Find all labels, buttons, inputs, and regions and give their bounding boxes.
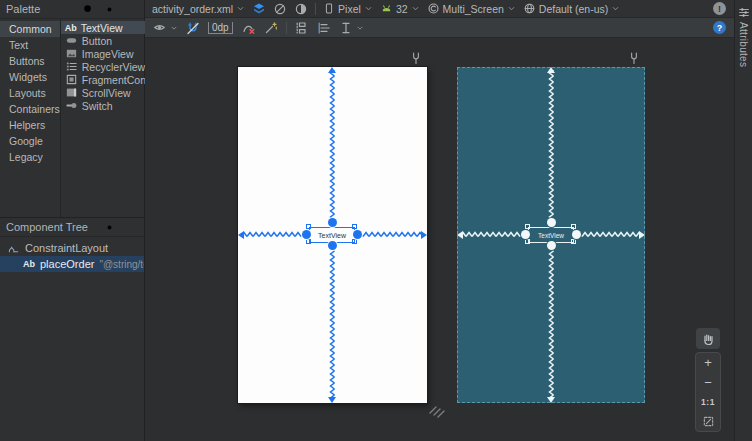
view-options-button[interactable]	[152, 21, 178, 34]
default-margin-selector[interactable]: 0dp	[208, 22, 233, 34]
constraint-anchor-right[interactable]	[353, 230, 362, 239]
pack-button[interactable]	[295, 21, 309, 35]
locale-selector[interactable]: Default (en-us)	[523, 2, 620, 15]
help-icon[interactable]: ?	[713, 21, 726, 34]
android-icon	[380, 3, 393, 15]
chevron-down-icon	[170, 24, 178, 32]
chevron-down-icon	[236, 4, 245, 13]
imageview-icon	[65, 47, 78, 60]
orientation-icon[interactable]	[273, 2, 287, 16]
constraint-spring-top	[329, 70, 336, 227]
constraint-anchor-bottom[interactable]	[547, 241, 556, 250]
constraint-anchor-bottom[interactable]	[328, 241, 337, 250]
guidelines-button[interactable]	[339, 21, 364, 35]
errors-icon[interactable]: !	[713, 2, 726, 15]
design-view-canvas[interactable]: TextView	[238, 67, 427, 403]
layout-editor-window: Palette Common Text Buttons Widgets Layo	[0, 0, 752, 441]
constraint-spring-top	[548, 70, 555, 227]
constraint-spring-left	[460, 231, 526, 238]
design-surface-icon[interactable]	[252, 2, 266, 16]
palette-category-google[interactable]: Google	[0, 133, 60, 149]
palette-category-legacy[interactable]: Legacy	[0, 149, 60, 165]
constraint-anchor-right[interactable]	[572, 230, 581, 239]
minimize-icon[interactable]	[122, 220, 138, 234]
zoom-controls: + − 1:1	[695, 352, 721, 432]
palette-category-text[interactable]: Text	[0, 37, 60, 53]
autoconnect-toggle[interactable]	[186, 21, 200, 35]
attributes-tab[interactable]: Attributes	[738, 22, 749, 67]
palette-item-scrollview[interactable]: ScrollView	[61, 86, 155, 99]
switch-icon	[65, 99, 78, 112]
editor-toolbar-top: activity_order.xml Pixel 32 Multi_Screen	[145, 0, 734, 18]
device-selector[interactable]: Pixel	[323, 2, 373, 15]
design-surface[interactable]: TextView TextView	[145, 38, 734, 441]
night-mode-icon[interactable]	[294, 2, 308, 16]
api-selector[interactable]: 32	[380, 3, 420, 15]
palette-category-common[interactable]: Common	[0, 21, 60, 37]
attributes-icon	[738, 6, 750, 18]
palette-category-helpers[interactable]: Helpers	[0, 117, 60, 133]
search-icon[interactable]	[80, 2, 96, 16]
chevron-down-icon	[364, 4, 373, 13]
clear-constraints-button[interactable]	[241, 21, 256, 35]
palette-item-textview[interactable]: Ab TextView	[61, 21, 155, 34]
constraint-anchor-top[interactable]	[328, 218, 337, 227]
palette-item-recyclerview[interactable]: RecyclerView	[61, 60, 155, 73]
palette-header: Palette	[0, 0, 144, 19]
constraint-anchor-left[interactable]	[521, 230, 530, 239]
constraint-arrow-top	[547, 67, 555, 73]
align-button[interactable]	[317, 21, 331, 35]
recyclerview-icon	[65, 60, 78, 73]
component-tree-panel: Component Tree ConstraintLayout Ab place…	[0, 218, 144, 441]
palette-category-containers[interactable]: Containers	[0, 101, 60, 117]
zoom-out-button[interactable]: −	[696, 373, 720, 393]
palette-item-fragmentcontainerview[interactable]: FragmentCon...	[61, 73, 155, 86]
constraint-arrow-left	[457, 231, 463, 239]
palette-item-switch[interactable]: Switch	[61, 99, 155, 112]
guideline-icon	[339, 21, 353, 35]
button-icon	[65, 34, 78, 47]
palette-items: Ab TextView Button ImageView RecyclerVie…	[61, 19, 155, 217]
scrollview-icon	[65, 86, 78, 99]
theme-icon	[427, 2, 440, 15]
constraint-anchor-left[interactable]	[302, 230, 311, 239]
palette-category-layouts[interactable]: Layouts	[0, 85, 60, 101]
palette-categories: Common Text Buttons Widgets Layouts Cont…	[0, 19, 61, 217]
palette-category-widgets[interactable]: Widgets	[0, 69, 60, 85]
palette-title: Palette	[6, 3, 75, 15]
infer-constraints-button[interactable]	[264, 21, 278, 35]
tree-item-constraintlayout[interactable]: ConstraintLayout	[0, 240, 144, 256]
tree-item-value: "@string/textvi...	[99, 259, 144, 270]
constraint-arrow-right	[421, 231, 427, 239]
minimize-icon[interactable]	[122, 2, 138, 16]
gear-icon[interactable]	[101, 2, 117, 16]
wrench-icon[interactable]	[626, 50, 641, 65]
palette-category-buttons[interactable]: Buttons	[0, 53, 60, 69]
constraint-spring-bottom	[548, 245, 555, 400]
canvas-resize-handle[interactable]	[428, 404, 446, 418]
constraint-arrow-right	[639, 231, 645, 239]
blueprint-view-canvas[interactable]: TextView	[457, 67, 645, 403]
constraint-anchor-top[interactable]	[547, 218, 556, 227]
chevron-down-icon	[507, 4, 516, 13]
pan-button[interactable]	[696, 328, 720, 349]
constraint-arrow-left	[238, 231, 244, 239]
constraint-arrow-bottom	[328, 397, 336, 403]
globe-icon	[523, 2, 536, 15]
wrench-icon[interactable]	[408, 50, 423, 65]
zoom-to-fit-button[interactable]	[696, 412, 720, 432]
zoom-100-button[interactable]: 1:1	[696, 392, 720, 412]
gear-icon[interactable]	[101, 220, 117, 234]
palette-item-button[interactable]: Button	[61, 34, 155, 47]
theme-selector[interactable]: Multi_Screen	[427, 2, 516, 15]
zoom-in-button[interactable]: +	[696, 353, 720, 373]
textview-icon: Ab	[23, 259, 35, 269]
right-tool-strip: Attributes	[734, 0, 752, 441]
file-tab[interactable]: activity_order.xml	[152, 3, 245, 15]
constraint-spring-left	[241, 231, 307, 238]
toolbar-separator	[315, 3, 316, 15]
chevron-down-icon	[356, 24, 364, 32]
palette-item-imageview[interactable]: ImageView	[61, 47, 155, 60]
constraintlayout-icon	[7, 242, 20, 255]
tree-item-placeorder[interactable]: Ab placeOrder "@string/textvi...	[0, 256, 144, 272]
